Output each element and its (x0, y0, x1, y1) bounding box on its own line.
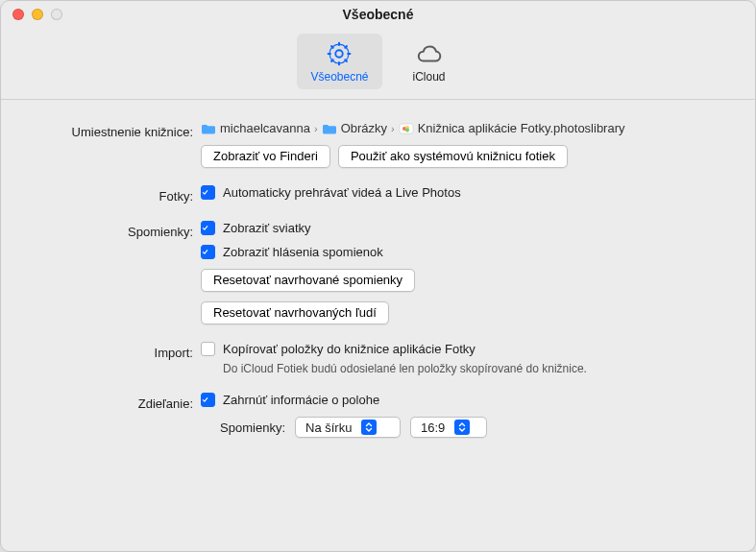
folder-icon (201, 122, 216, 135)
photos-library-icon (399, 122, 414, 135)
reset-suggested-people-button[interactable]: Resetovať navrhovaných ľudí (201, 301, 389, 324)
reset-suggested-memories-button[interactable]: Resetovať navrhované spomienky (201, 269, 415, 292)
orientation-select[interactable]: Na šírku (295, 417, 401, 438)
tab-icloud-label: iCloud (413, 70, 446, 84)
show-memory-notifications-checkbox[interactable] (201, 245, 215, 259)
library-path-breadcrumb: michaelcavanna › Obrázky › (201, 121, 734, 135)
memories-sub-label: Spomienky: (201, 420, 285, 435)
preferences-window: Všeobecné (0, 0, 756, 552)
import-hint-text: Do iCloud Fotiek budú odosielané len pol… (201, 362, 734, 375)
titlebar: Všeobecné (1, 1, 755, 28)
autoplay-label: Automaticky prehrávať videá a Live Photo… (223, 185, 461, 200)
updown-caret-icon (361, 420, 377, 435)
include-location-checkbox[interactable] (201, 393, 215, 407)
preferences-body: Umiestnenie knižnice: michaelcavanna › O… (1, 100, 755, 552)
toolbar: Všeobecné iCloud (1, 28, 755, 100)
label-import: Import: (22, 342, 201, 360)
window-title: Všeobecné (1, 7, 755, 22)
tab-icloud[interactable]: iCloud (400, 34, 459, 89)
folder-icon (322, 122, 337, 135)
row-memories: Spomienky: Zobraziť sviatky Zobraziť hlá… (22, 221, 734, 324)
svg-point-4 (405, 128, 409, 132)
crumb-user[interactable]: michaelcavanna (220, 121, 310, 135)
tab-general-label: Všeobecné (310, 70, 368, 84)
label-sharing: Zdieľanie: (22, 393, 201, 411)
show-holidays-checkbox[interactable] (201, 221, 215, 235)
row-sharing: Zdieľanie: Zahrnúť informácie o polohe S… (22, 393, 734, 438)
tab-general[interactable]: Všeobecné (297, 34, 381, 89)
chevron-right-icon: › (314, 123, 318, 134)
show-memory-notifications-label: Zobraziť hlásenia spomienok (223, 245, 383, 259)
updown-caret-icon (454, 420, 470, 435)
copy-items-label: Kopírovať položky do knižnice aplikácie … (223, 342, 476, 356)
autoplay-checkbox[interactable] (201, 185, 215, 200)
show-in-finder-button[interactable]: Zobraziť vo Finderi (201, 145, 330, 168)
window-controls (1, 9, 62, 20)
minimize-window-button[interactable] (32, 9, 43, 20)
use-as-system-library-button[interactable]: Použiť ako systémovú knižnicu fotiek (338, 145, 568, 168)
chevron-right-icon: › (391, 123, 395, 134)
copy-items-checkbox[interactable] (201, 342, 215, 356)
include-location-label: Zahrnúť informácie o polohe (223, 393, 379, 407)
zoom-window-button (51, 9, 62, 20)
crumb-library-file[interactable]: Knižnica aplikácie Fotky.photoslibrary (418, 121, 625, 135)
row-import: Import: Kopírovať položky do knižnice ap… (22, 342, 734, 375)
label-library-location: Umiestnenie knižnice: (22, 121, 201, 139)
show-holidays-label: Zobraziť sviatky (223, 221, 311, 235)
gear-icon (325, 39, 354, 68)
label-photos: Fotky: (22, 185, 201, 204)
cloud-icon (415, 39, 444, 68)
crumb-pictures[interactable]: Obrázky (341, 121, 387, 135)
close-window-button[interactable] (12, 9, 24, 20)
aspect-ratio-value: 16:9 (421, 420, 445, 435)
tab-bar: Všeobecné iCloud (297, 34, 458, 89)
row-library-location: Umiestnenie knižnice: michaelcavanna › O… (22, 121, 734, 168)
label-memories: Spomienky: (22, 221, 201, 239)
row-photos: Fotky: Automaticky prehrávať videá a Liv… (22, 185, 734, 204)
svg-point-0 (336, 50, 343, 57)
orientation-value: Na šírku (305, 420, 352, 435)
aspect-ratio-select[interactable]: 16:9 (410, 417, 487, 438)
